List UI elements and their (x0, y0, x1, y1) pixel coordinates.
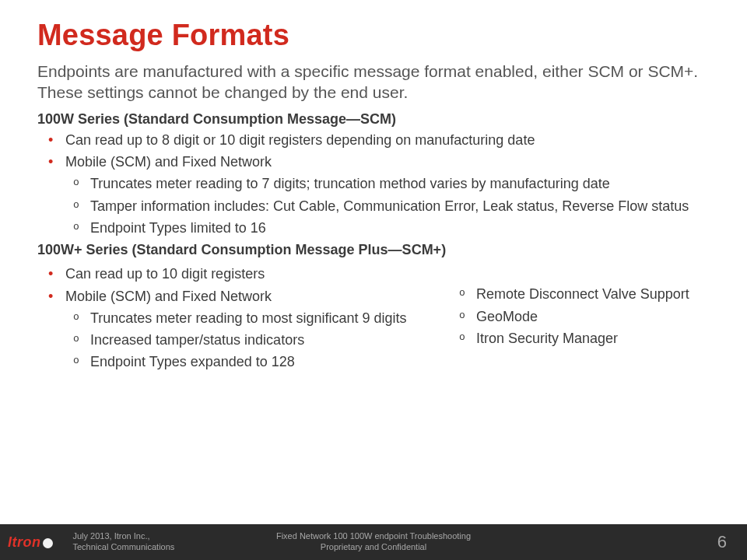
slide-footer: Itron July 2013, Itron Inc., Technical C… (0, 524, 747, 560)
list-item: Itron Security Manager (476, 329, 710, 348)
footer-left-line2: Technical Communications (73, 542, 175, 553)
footer-center-line1: Fixed Network 100 100W endpoint Troubles… (276, 531, 471, 542)
logo-text: Itron (8, 534, 41, 551)
section2-subbullets: Truncates meter reading to most signific… (65, 309, 437, 372)
list-item: Truncates meter reading to most signific… (90, 309, 437, 327)
footer-left-line1: July 2013, Itron Inc., (73, 531, 175, 542)
list-item: Remote Disconnect Valve Support (476, 285, 710, 303)
footer-left: July 2013, Itron Inc., Technical Communi… (73, 531, 175, 553)
two-column-area: Can read up to 10 digit registers Mobile… (37, 261, 710, 376)
list-item: Mobile (SCM) and Fixed Network Truncates… (65, 152, 710, 237)
section1-heading: 100W Series (Standard Consumption Messag… (37, 111, 710, 128)
list-item: GeoMode (476, 307, 710, 326)
list-item-text: Mobile (SCM) and Fixed Network (65, 289, 272, 304)
footer-center: Fixed Network 100 100W endpoint Troubles… (276, 531, 471, 553)
logo-dot-icon (43, 538, 53, 548)
intro-paragraph: Endpoints are manufactured with a specif… (37, 61, 710, 103)
section2-bullets: Can read up to 10 digit registers Mobile… (37, 264, 437, 371)
section1-subbullets: Truncates meter reading to 7 digits; tru… (65, 174, 710, 237)
list-item: Endpoint Types expanded to 128 (90, 352, 437, 371)
left-column: Can read up to 10 digit registers Mobile… (37, 261, 437, 376)
footer-center-line2: Proprietary and Confidential (276, 542, 471, 553)
slide-title: Message Formats (37, 19, 710, 52)
footer-logo: Itron (8, 534, 53, 551)
list-item: Tamper information includes: Cut Cable, … (90, 197, 710, 215)
section2-heading: 100W+ Series (Standard Consumption Messa… (37, 242, 710, 258)
list-item: Truncates meter reading to 7 digits; tru… (90, 174, 710, 193)
list-item: Can read up to 8 digit or 10 digit regis… (65, 131, 710, 149)
list-item: Endpoint Types limited to 16 (90, 219, 710, 237)
section2-right-subbullets: Remote Disconnect Valve Support GeoMode … (461, 285, 710, 348)
section1-bullets: Can read up to 8 digit or 10 digit regis… (37, 131, 710, 237)
page-number: 6 (717, 532, 727, 552)
list-item: Mobile (SCM) and Fixed Network Truncates… (65, 287, 437, 372)
list-item: Can read up to 10 digit registers (65, 264, 437, 283)
right-column: Remote Disconnect Valve Support GeoMode … (461, 261, 710, 351)
list-item: Increased tamper/status indicators (90, 331, 437, 349)
slide-content: Message Formats Endpoints are manufactur… (0, 0, 747, 376)
list-item-text: Mobile (SCM) and Fixed Network (65, 154, 272, 170)
slide: Message Formats Endpoints are manufactur… (0, 0, 747, 560)
